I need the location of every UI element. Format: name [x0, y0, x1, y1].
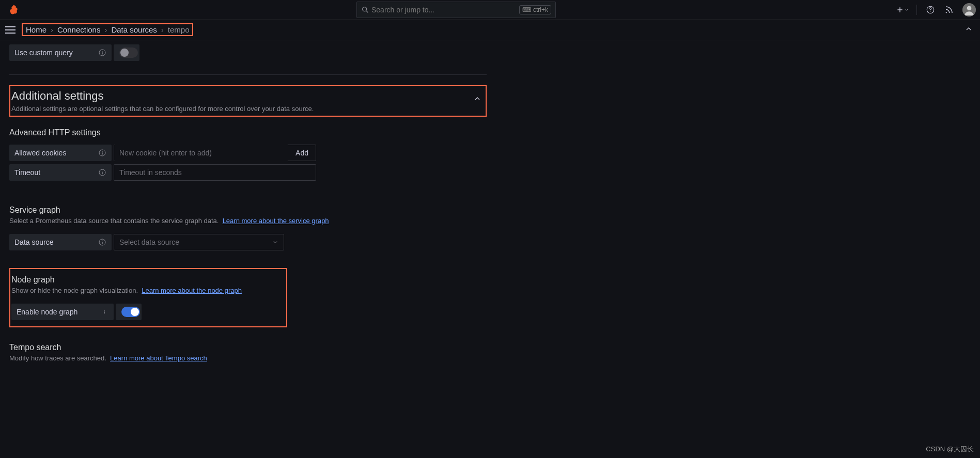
enable-node-graph-toggle[interactable]: [121, 307, 140, 317]
kbd-hint: ⌨ctrl+k: [519, 5, 551, 14]
service-graph-link[interactable]: Learn more about the service graph: [223, 217, 329, 225]
timeout-input[interactable]: [114, 164, 316, 181]
svg-rect-15: [102, 172, 102, 174]
additional-settings-header[interactable]: Additional settings Additional settings …: [9, 85, 487, 117]
svg-rect-21: [104, 311, 104, 313]
info-icon[interactable]: [98, 49, 106, 57]
breadcrumb-datasources[interactable]: Data sources: [111, 25, 157, 34]
additional-settings-desc: Additional settings are optional setting…: [11, 105, 314, 113]
svg-rect-12: [102, 152, 102, 154]
node-graph-link[interactable]: Learn more about the node graph: [142, 287, 242, 294]
enable-node-graph-label: Enable node graph: [11, 304, 114, 320]
add-menu[interactable]: [892, 2, 911, 18]
collapse-button[interactable]: [965, 25, 973, 33]
advanced-http-heading: Advanced HTTP settings: [9, 128, 487, 137]
svg-point-3: [930, 11, 930, 12]
info-icon[interactable]: [98, 238, 106, 246]
svg-point-0: [363, 7, 367, 11]
tempo-search-desc: Modify how traces are searched.: [9, 354, 106, 362]
data-source-select[interactable]: Select data source: [114, 234, 284, 250]
svg-point-6: [967, 6, 972, 10]
help-button[interactable]: [922, 2, 939, 18]
rss-icon: [944, 5, 954, 14]
avatar-icon: [962, 3, 976, 17]
watermark: CSDN @大囚长: [926, 445, 974, 454]
custom-query-label: Use custom query: [9, 44, 112, 61]
svg-rect-9: [102, 52, 102, 54]
chevron-up-icon: [473, 94, 481, 103]
node-graph-desc: Show or hide the node graph visualizatio…: [11, 287, 138, 294]
plus-icon: [896, 6, 904, 14]
service-graph-heading: Service graph: [9, 206, 487, 215]
search-icon: [361, 6, 369, 14]
svg-line-1: [366, 11, 368, 12]
custom-query-toggle[interactable]: [119, 48, 138, 58]
info-icon[interactable]: [98, 168, 106, 177]
tempo-search-heading: Tempo search: [9, 343, 487, 352]
tempo-search-link[interactable]: Learn more about Tempo search: [110, 354, 207, 362]
search-input[interactable]: [369, 6, 517, 14]
svg-point-8: [102, 51, 102, 52]
help-icon: [926, 5, 935, 14]
chevron-up-icon: [965, 25, 973, 33]
breadcrumb-connections[interactable]: Connections: [57, 25, 100, 34]
info-icon[interactable]: [100, 308, 108, 316]
additional-settings-title: Additional settings: [11, 89, 314, 103]
info-icon[interactable]: [98, 149, 106, 157]
node-graph-heading: Node graph: [11, 275, 282, 285]
breadcrumb-current: tempo: [168, 25, 190, 34]
grafana-logo[interactable]: [6, 3, 21, 17]
chevron-right-icon: ›: [51, 25, 53, 34]
breadcrumb-home[interactable]: Home: [26, 25, 46, 34]
allowed-cookies-label: Allowed cookies: [9, 145, 112, 161]
timeout-label: Timeout: [9, 164, 112, 181]
news-button[interactable]: [941, 2, 957, 18]
service-graph-desc: Select a Prometheus data source that con…: [9, 217, 219, 225]
add-cookie-button[interactable]: Add: [288, 149, 316, 157]
svg-point-20: [104, 310, 104, 311]
allowed-cookies-input[interactable]: [114, 145, 288, 161]
chevron-right-icon: ›: [104, 25, 107, 34]
search-input-wrap[interactable]: ⌨ctrl+k: [356, 2, 556, 18]
chevron-right-icon: ›: [161, 25, 164, 34]
breadcrumb: Home › Connections › Data sources › temp…: [22, 23, 193, 36]
svg-point-11: [102, 151, 102, 152]
data-source-label: Data source: [9, 234, 112, 250]
svg-point-17: [102, 241, 102, 241]
svg-rect-18: [102, 242, 102, 244]
menu-toggle[interactable]: [4, 24, 17, 36]
chevron-down-icon: [272, 239, 278, 245]
svg-point-4: [946, 12, 947, 13]
user-avatar[interactable]: [962, 3, 976, 17]
chevron-down-icon: [904, 7, 909, 12]
svg-point-14: [102, 171, 102, 171]
